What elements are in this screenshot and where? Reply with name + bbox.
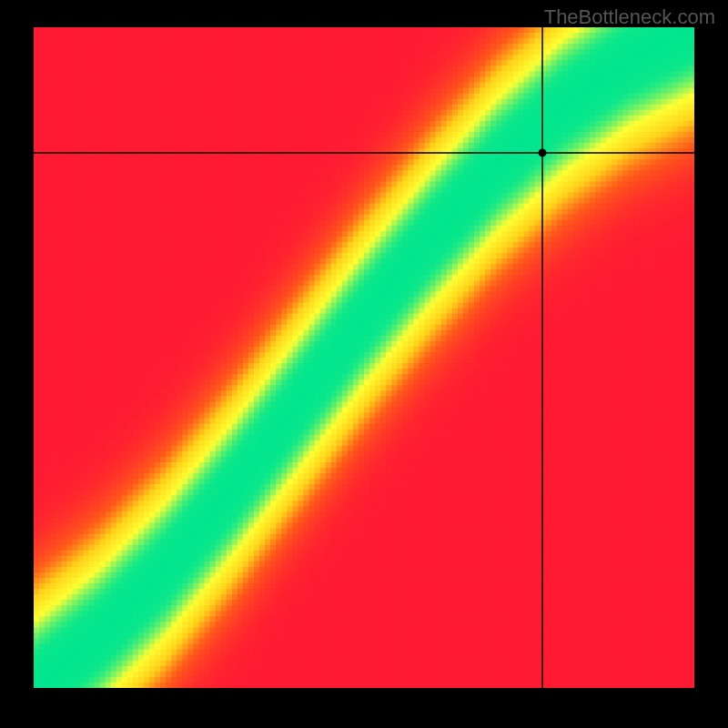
bottleneck-heatmap [34,27,694,688]
watermark-text: TheBottleneck.com [544,5,715,29]
crosshair-overlay [34,27,694,688]
